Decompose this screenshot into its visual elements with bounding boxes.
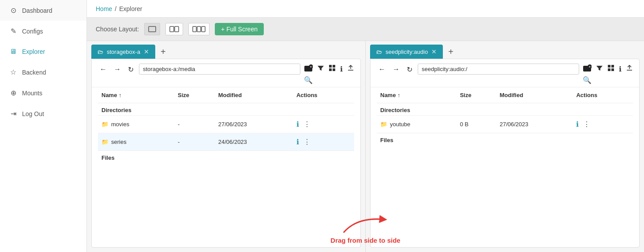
- svg-rect-4: [197, 26, 201, 32]
- dashboard-icon: ⊙: [9, 6, 18, 15]
- search-icon[interactable]: 🔍: [304, 76, 313, 84]
- left-panel-content: ← → ↻ +: [91, 59, 361, 248]
- info-icon-toolbar[interactable]: ℹ: [340, 65, 343, 73]
- file-size-movies: -: [174, 116, 215, 133]
- breadcrumb-separator: /: [115, 5, 116, 12]
- left-forward-button[interactable]: →: [112, 64, 123, 75]
- search-icon-right[interactable]: 🔍: [583, 76, 592, 84]
- filter-icon[interactable]: [317, 64, 324, 73]
- new-folder-icon[interactable]: +: [304, 64, 313, 74]
- col-size-right[interactable]: Size: [457, 87, 496, 103]
- sidebar-item-configs[interactable]: ✎ Configs: [0, 21, 86, 41]
- filter-icon-right[interactable]: [596, 64, 603, 73]
- right-panel-tab[interactable]: 🗁 seedplicity:audio ✕: [370, 45, 443, 59]
- col-name-left[interactable]: Name ↑: [98, 87, 174, 103]
- explorer-wrapper: 🗁 storagebox-a ✕ + ← → ↻: [87, 41, 644, 252]
- double-layout-icon: [169, 26, 179, 32]
- breadcrumb-home[interactable]: Home: [96, 5, 112, 12]
- svg-rect-2: [175, 26, 179, 32]
- left-back-button[interactable]: ←: [98, 64, 109, 75]
- explorer-icon: 🖥: [9, 48, 18, 56]
- more-btn-series[interactable]: ⋮: [303, 138, 311, 146]
- sidebar-item-mounts[interactable]: ⊕ Mounts: [0, 83, 86, 103]
- layout-triple-btn[interactable]: [188, 23, 210, 35]
- left-path-input[interactable]: [139, 64, 300, 75]
- mounts-icon: ⊕: [9, 89, 18, 97]
- left-tab-label: storagebox-a: [107, 49, 140, 55]
- right-tab-close[interactable]: ✕: [431, 48, 437, 55]
- right-add-tab-button[interactable]: +: [445, 45, 457, 59]
- right-back-button[interactable]: ←: [377, 64, 387, 75]
- layout-label: Choose Layout:: [96, 26, 139, 33]
- col-actions-left: Actions: [293, 87, 354, 103]
- left-add-tab-button[interactable]: +: [157, 45, 169, 59]
- backend-icon: ☆: [9, 68, 18, 76]
- file-size-series: -: [174, 133, 215, 151]
- info-btn-youtube[interactable]: ℹ: [576, 120, 579, 128]
- grid-icon[interactable]: [329, 64, 336, 73]
- svg-rect-16: [608, 65, 610, 68]
- grid-icon-right[interactable]: [607, 64, 614, 73]
- left-actions-row1: + ℹ: [304, 64, 354, 74]
- sidebar-label-backend: Backend: [22, 69, 46, 76]
- more-btn-youtube[interactable]: ⋮: [583, 120, 590, 128]
- upload-icon[interactable]: [347, 64, 354, 73]
- svg-rect-17: [611, 65, 614, 68]
- right-file-table: Name ↑ Size Modified Actions Directories: [371, 87, 639, 247]
- folder-icon-right: 🗁: [376, 49, 382, 55]
- left-tab-close[interactable]: ✕: [144, 48, 149, 55]
- sidebar-item-dashboard[interactable]: ⊙ Dashboard: [0, 0, 86, 21]
- main-content: Home / Explorer Choose Layout: + Full Sc…: [87, 0, 644, 252]
- left-actions-row2: 🔍: [304, 76, 354, 84]
- right-forward-button[interactable]: →: [391, 64, 401, 75]
- table-row[interactable]: 📁movies - 27/06/2023 ℹ ⋮: [98, 116, 354, 133]
- sidebar-item-explorer[interactable]: 🖥 Explorer: [0, 41, 86, 62]
- upload-icon-right[interactable]: [626, 64, 633, 73]
- left-refresh-button[interactable]: ↻: [126, 64, 135, 75]
- layout-double-btn[interactable]: [165, 23, 183, 35]
- folder-icon-series: 📁: [101, 139, 109, 145]
- right-tab-label: seedplicity:audio: [386, 49, 428, 55]
- files-section-left: Files: [98, 151, 354, 163]
- svg-rect-18: [608, 68, 610, 71]
- col-size-left[interactable]: Size: [174, 87, 215, 103]
- directories-label-right: Directories: [377, 103, 633, 116]
- table-row[interactable]: 📁series - 24/06/2023 ℹ ⋮: [98, 133, 354, 151]
- right-panel-toolbar: ← → ↻ +: [371, 59, 639, 87]
- right-panel-tab-bar: 🗁 seedplicity:audio ✕ +: [366, 41, 644, 59]
- left-panel-tab[interactable]: 🗁 storagebox-a ✕: [91, 45, 155, 59]
- single-layout-icon: [148, 26, 156, 32]
- col-modified-right[interactable]: Modified: [496, 87, 573, 103]
- right-panel: 🗁 seedplicity:audio ✕ + ← → ↻: [366, 41, 644, 252]
- file-size-youtube: 0 B: [457, 116, 496, 133]
- layout-single-btn[interactable]: [144, 23, 160, 35]
- left-file-table: Name ↑ Size Modified Actions Directories: [92, 87, 360, 247]
- new-folder-icon-right[interactable]: +: [583, 64, 592, 74]
- directories-section-left: Directories: [98, 103, 354, 116]
- info-btn-series[interactable]: ℹ: [296, 138, 299, 146]
- col-name-right[interactable]: Name ↑: [377, 87, 457, 103]
- more-btn-movies[interactable]: ⋮: [303, 120, 311, 128]
- file-name-youtube: 📁youtube: [377, 116, 457, 133]
- svg-rect-1: [170, 26, 174, 32]
- file-actions-youtube: ℹ ⋮: [573, 116, 633, 133]
- svg-rect-11: [329, 68, 332, 71]
- left-panel-tab-bar: 🗁 storagebox-a ✕ +: [87, 41, 365, 59]
- triple-layout-icon: [192, 26, 206, 32]
- layout-toolbar: Choose Layout: + Full Screen: [87, 18, 644, 41]
- file-modified-movies: 27/06/2023: [215, 116, 293, 133]
- sidebar-item-backend[interactable]: ☆ Backend: [0, 62, 86, 83]
- left-panel: 🗁 storagebox-a ✕ + ← → ↻: [87, 41, 366, 252]
- table-row[interactable]: 📁youtube 0 B 27/06/2023 ℹ ⋮: [377, 116, 633, 133]
- right-path-input[interactable]: [418, 64, 579, 75]
- directories-label-left: Directories: [98, 103, 354, 116]
- info-btn-movies[interactable]: ℹ: [296, 120, 299, 128]
- right-refresh-button[interactable]: ↻: [405, 64, 414, 75]
- file-name-movies: 📁movies: [98, 116, 174, 133]
- file-modified-youtube: 27/06/2023: [496, 116, 573, 133]
- info-icon-toolbar-right[interactable]: ℹ: [619, 65, 622, 73]
- full-screen-button[interactable]: + Full Screen: [215, 23, 264, 35]
- col-modified-left[interactable]: Modified: [215, 87, 293, 103]
- sidebar-item-logout[interactable]: ⇥ Log Out: [0, 103, 86, 124]
- folder-icon-movies: 📁: [101, 121, 109, 128]
